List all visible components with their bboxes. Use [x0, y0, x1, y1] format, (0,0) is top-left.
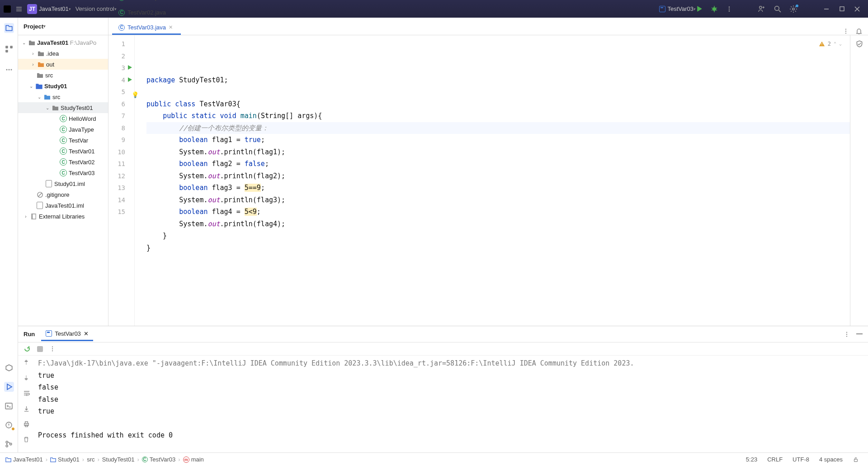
- svg-rect-29: [37, 346, 43, 352]
- tree-class-file[interactable]: CJavaType: [18, 124, 108, 135]
- editor-tab[interactable]: CTestVar03.java✕: [112, 20, 181, 35]
- run-config-selector[interactable]: TestVar03 ▾: [659, 5, 696, 12]
- code-with-me-icon[interactable]: [758, 5, 765, 13]
- tree-class-file[interactable]: CHelloWord: [18, 113, 108, 124]
- breadcrumb-item[interactable]: mmain: [183, 456, 204, 463]
- vcs-tool-button[interactable]: [4, 439, 14, 449]
- breadcrumb-item[interactable]: JavaTest01: [5, 456, 43, 463]
- run-tab-label: TestVar03: [55, 330, 81, 337]
- editor-tab[interactable]: CTestVar02.java: [112, 5, 181, 20]
- console-output[interactable]: F:\Java\jdk-17\bin\java.exe "-javaagent:…: [36, 356, 868, 452]
- readonly-toggle-icon[interactable]: [849, 456, 863, 463]
- close-tab-icon[interactable]: ✕: [169, 24, 173, 30]
- code-editor[interactable]: 2 ⌃ ⌄ package StudyTest01; public class …: [143, 35, 850, 326]
- shield-icon[interactable]: [855, 40, 863, 48]
- caret-position[interactable]: 5:23: [742, 456, 761, 463]
- tree-out-dir[interactable]: ›out: [18, 59, 108, 70]
- down-arrow-icon[interactable]: [23, 375, 31, 383]
- main-menu-icon[interactable]: [15, 5, 23, 13]
- print-icon[interactable]: [23, 421, 31, 429]
- gutter[interactable]: 12345💡6789101112131415: [108, 35, 135, 326]
- project-selector[interactable]: JT JavaTest01 ▾: [27, 4, 71, 14]
- more-actions-icon[interactable]: [726, 6, 732, 12]
- chevron-down-icon[interactable]: ⌄: [839, 38, 842, 50]
- editor-tab[interactable]: CTestVar01.java: [112, 0, 181, 5]
- maximize-button[interactable]: [838, 5, 845, 13]
- tree-root[interactable]: ⌄JavaTest01 F:\JavaPo: [18, 37, 108, 48]
- breadcrumb-item[interactable]: src: [87, 456, 94, 463]
- problems-tool-button[interactable]: [4, 420, 14, 430]
- inspection-widget[interactable]: 2 ⌃ ⌄: [819, 38, 842, 50]
- project-pane-title: Project: [24, 23, 43, 30]
- svg-point-12: [6, 69, 7, 71]
- vcs-label: Version control: [75, 5, 114, 12]
- run-tool-button[interactable]: [4, 382, 14, 392]
- settings-icon[interactable]: [789, 5, 797, 13]
- project-pane-header[interactable]: Project ▾: [18, 18, 108, 35]
- breadcrumb-item[interactable]: Study01: [50, 456, 80, 463]
- svg-point-19: [6, 445, 8, 447]
- up-arrow-icon[interactable]: [23, 359, 31, 367]
- file-encoding[interactable]: UTF-8: [789, 456, 813, 463]
- structure-tool-button[interactable]: [4, 44, 14, 54]
- tree-idea-dir[interactable]: ›.idea: [18, 48, 108, 59]
- tree-class-file[interactable]: CTestVar: [18, 135, 108, 146]
- breadcrumbs[interactable]: JavaTest01›Study01›src›StudyTest01›CTest…: [5, 456, 204, 463]
- tree-class-file[interactable]: CTestVar03: [18, 167, 108, 178]
- project-tool-button[interactable]: [4, 23, 14, 33]
- vcs-menu[interactable]: Version control ▾: [75, 5, 117, 12]
- more-tool-button[interactable]: [4, 65, 14, 75]
- run-config-label: TestVar03: [667, 5, 693, 12]
- notifications-icon[interactable]: [855, 28, 863, 35]
- project-pane: Project ▾ ⌄JavaTest01 F:\JavaPo ›.idea ›…: [18, 18, 108, 326]
- trash-icon[interactable]: [23, 436, 31, 444]
- tree-study-src[interactable]: ⌄src: [18, 91, 108, 102]
- svg-rect-28: [856, 333, 863, 334]
- svg-point-32: [52, 350, 53, 351]
- terminal-tool-button[interactable]: [4, 401, 14, 411]
- svg-point-30: [52, 346, 53, 347]
- breadcrumb-item[interactable]: StudyTest01: [102, 456, 135, 463]
- svg-point-6: [775, 6, 779, 11]
- run-panel: Run TestVar03 ✕: [18, 326, 868, 452]
- tab-more-icon[interactable]: [843, 28, 849, 34]
- search-icon[interactable]: [774, 5, 781, 13]
- tree-gitignore[interactable]: .gitignore: [18, 189, 108, 200]
- line-separator[interactable]: CRLF: [764, 456, 786, 463]
- svg-point-1: [712, 7, 716, 11]
- svg-point-18: [6, 441, 8, 443]
- run-panel-title: Run: [24, 331, 35, 338]
- rerun-button[interactable]: [24, 345, 31, 352]
- tree-package[interactable]: ⌄StudyTest01: [18, 102, 108, 113]
- svg-rect-8: [840, 7, 844, 11]
- run-tab[interactable]: TestVar03 ✕: [41, 328, 93, 341]
- close-tab-icon[interactable]: ✕: [84, 330, 89, 337]
- svg-point-25: [846, 332, 847, 333]
- tree-root-iml[interactable]: JavaTest01.iml: [18, 200, 108, 211]
- statusbar: JavaTest01›Study01›src›StudyTest01›CTest…: [0, 452, 868, 466]
- svg-rect-11: [5, 50, 8, 52]
- minimize-button[interactable]: [823, 5, 830, 13]
- run-button[interactable]: [696, 5, 703, 12]
- close-button[interactable]: [854, 5, 861, 13]
- debug-button[interactable]: [711, 5, 718, 13]
- stop-button[interactable]: [37, 346, 43, 352]
- scroll-to-end-icon[interactable]: [23, 405, 31, 414]
- chevron-up-icon[interactable]: ⌃: [834, 38, 836, 50]
- more-run-actions-icon[interactable]: [49, 346, 56, 352]
- tree-external-libs[interactable]: ›External Libraries: [18, 211, 108, 222]
- tree-class-file[interactable]: CTestVar02: [18, 157, 108, 167]
- soft-wrap-icon[interactable]: [23, 390, 31, 398]
- tree-class-file[interactable]: CTestVar01: [18, 146, 108, 157]
- services-tool-button[interactable]: [4, 363, 14, 373]
- tree-study-module[interactable]: ⌄Study01: [18, 81, 108, 91]
- svg-point-2: [729, 6, 730, 8]
- tree-src-dir[interactable]: src: [18, 70, 108, 81]
- indent-settings[interactable]: 4 spaces: [816, 456, 846, 463]
- hide-panel-icon[interactable]: [856, 333, 863, 335]
- run-more-icon[interactable]: [844, 331, 850, 338]
- tree-iml-file[interactable]: Study01.iml: [18, 178, 108, 189]
- breadcrumb-item[interactable]: CTestVar03: [142, 456, 176, 463]
- warning-count: 2: [828, 38, 831, 50]
- left-tool-rail: [0, 18, 18, 452]
